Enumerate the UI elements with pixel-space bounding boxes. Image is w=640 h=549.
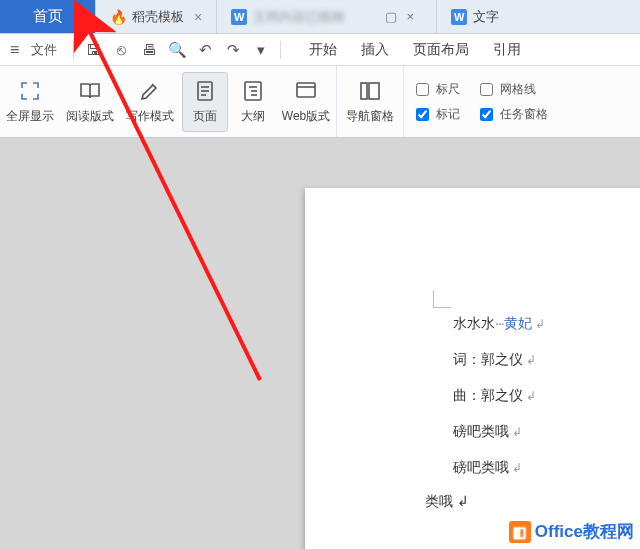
line-4: 磅吧类哦 ↲ (453, 424, 545, 438)
doc-text[interactable]: 水水水···黄妃 ↲ 词：郭之仪 ↲ 曲：郭之仪 ↲ 磅吧类哦 ↲ 磅吧类哦 ↲ (453, 316, 545, 496)
nav-label: 导航窗格 (346, 108, 394, 125)
ruler-checkbox[interactable]: 标尺 (412, 80, 460, 99)
tab-actions: ▢ × (385, 9, 423, 24)
ribbon: 全屏显示 阅读版式 写作模式 页面 大纲 (0, 66, 640, 138)
undo-icon[interactable]: ↶ (192, 41, 218, 59)
nav-icon (357, 78, 383, 104)
line-3: 曲：郭之仪 ↲ (453, 388, 545, 402)
fullscreen-button[interactable]: 全屏显示 (0, 78, 60, 125)
read-label: 阅读版式 (66, 108, 114, 125)
title-tabs: 首页 🔥 稻壳模板 × W 文档内容已模糊 ▢ × W 文字 (0, 0, 640, 34)
group-nav: 导航窗格 (337, 66, 404, 137)
page-view-button[interactable]: 页面 (182, 72, 228, 132)
tab-home-label: 首页 (33, 7, 63, 26)
hamburger-icon[interactable]: ≡ (0, 41, 29, 59)
group-view-modes: 全屏显示 阅读版式 写作模式 页面 大纲 (0, 66, 337, 137)
svg-rect-11 (369, 83, 379, 99)
tab-template-label: 稻壳模板 (132, 8, 184, 26)
separator (280, 41, 281, 59)
watermark-text: Office教程网 (535, 520, 634, 543)
mark-checkbox[interactable]: 标记 (412, 105, 460, 124)
tab-close-icon[interactable]: × (407, 9, 415, 24)
line-1: 水水水···黄妃 ↲ (453, 316, 545, 330)
page-label: 页面 (193, 108, 217, 125)
tab-insert[interactable]: 插入 (349, 41, 401, 59)
line-5: 磅吧类哦 ↲ (453, 460, 545, 474)
print-icon[interactable]: 🖶 (136, 41, 162, 58)
outline-button[interactable]: 大纲 (230, 78, 276, 125)
print-direct-icon[interactable]: ⎋ (108, 41, 134, 58)
word-doc-icon: W (231, 9, 247, 25)
nav-pane-button[interactable]: 导航窗格 (337, 78, 403, 125)
group-checks: 标尺 标记 网格线 任务窗格 (404, 66, 556, 137)
line-2: 词：郭之仪 ↲ (453, 352, 545, 366)
redo-icon[interactable]: ↷ (220, 41, 246, 59)
tab-ref[interactable]: 引用 (481, 41, 533, 59)
svg-rect-8 (297, 83, 315, 97)
dropdown-icon[interactable]: ▾ (248, 41, 274, 59)
outline-label: 大纲 (241, 108, 265, 125)
page[interactable]: 水水水···黄妃 ↲ 词：郭之仪 ↲ 曲：郭之仪 ↲ 磅吧类哦 ↲ 磅吧类哦 ↲… (305, 188, 640, 549)
web-view-button[interactable]: Web版式 (276, 78, 336, 125)
task-checkbox[interactable]: 任务窗格 (476, 105, 548, 124)
write-label: 写作模式 (126, 108, 174, 125)
tab-layout[interactable]: 页面布局 (401, 41, 481, 59)
fullscreen-icon (17, 78, 43, 104)
line-edge: 类哦 ↲ (425, 493, 469, 511)
tab-template[interactable]: 🔥 稻壳模板 × (96, 0, 217, 33)
tab-document-2[interactable]: W 文字 (437, 0, 513, 33)
document-canvas[interactable]: 水水水···黄妃 ↲ 词：郭之仪 ↲ 曲：郭之仪 ↲ 磅吧类哦 ↲ 磅吧类哦 ↲… (0, 138, 640, 549)
web-icon (293, 78, 319, 104)
word-doc-icon: W (451, 9, 467, 25)
save-icon[interactable]: 🖫 (80, 41, 106, 58)
tab-doc2-label: 文字 (473, 8, 499, 26)
fullscreen-label: 全屏显示 (6, 108, 54, 125)
monitor-icon[interactable]: ▢ (385, 9, 397, 24)
read-mode-button[interactable]: 阅读版式 (60, 78, 120, 125)
watermark: ◧ Office教程网 (509, 520, 634, 543)
book-icon (77, 78, 103, 104)
tab-home[interactable]: 首页 (0, 0, 96, 33)
checks-col2: 网格线 任务窗格 (468, 80, 556, 124)
page-icon (192, 78, 218, 104)
fire-icon: 🔥 (110, 9, 126, 25)
svg-rect-10 (361, 83, 367, 99)
mark-check-icon[interactable] (416, 108, 429, 121)
grid-check-icon[interactable] (480, 83, 493, 96)
grid-checkbox[interactable]: 网格线 (476, 80, 548, 99)
ruler-check-icon[interactable] (416, 83, 429, 96)
tab-doc-label: 文档内容已模糊 (253, 8, 344, 26)
margin-corner-icon (433, 290, 451, 308)
task-check-icon[interactable] (480, 108, 493, 121)
outline-icon (240, 78, 266, 104)
office-logo-icon: ◧ (509, 521, 531, 543)
separator (73, 41, 74, 59)
tab-document-blurred[interactable]: W 文档内容已模糊 ▢ × (217, 0, 437, 33)
ribbon-tabs: 开始 插入 页面布局 引用 (297, 41, 533, 59)
tab-start[interactable]: 开始 (297, 41, 349, 59)
checks-col1: 标尺 标记 (404, 80, 468, 124)
tab-close-icon[interactable]: × (194, 9, 202, 25)
pen-icon (137, 78, 163, 104)
quick-access-bar: ≡ 文件 🖫 ⎋ 🖶 🔍 ↶ ↷ ▾ 开始 插入 页面布局 引用 (0, 34, 640, 66)
write-mode-button[interactable]: 写作模式 (120, 78, 180, 125)
file-menu[interactable]: 文件 (31, 41, 67, 59)
web-label: Web版式 (282, 108, 330, 125)
preview-icon[interactable]: 🔍 (164, 41, 190, 59)
